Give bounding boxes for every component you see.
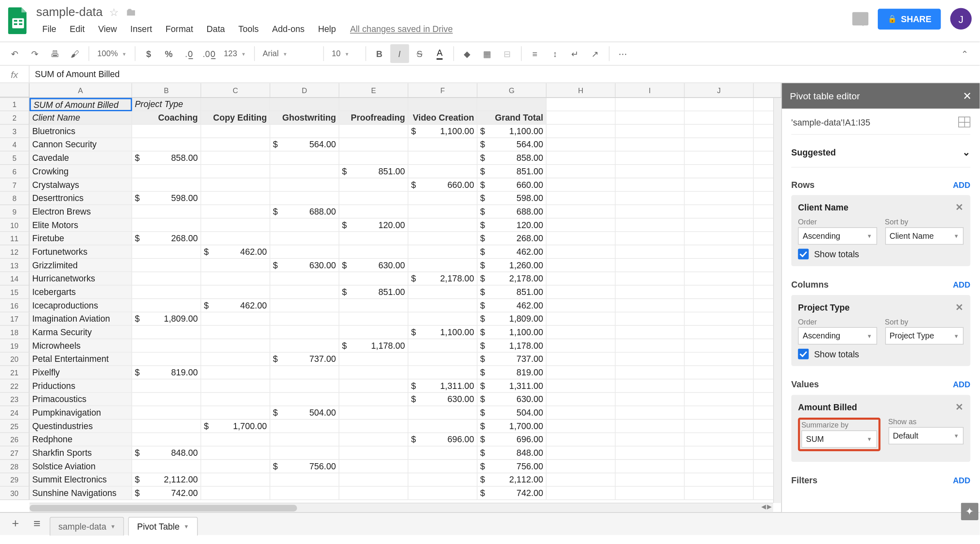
cell[interactable]: Proofreading [339,111,408,125]
col-header-E[interactable]: E [339,83,408,97]
cell[interactable] [201,286,270,299]
cell[interactable]: $120.00 [339,219,408,232]
cell[interactable]: $630.00 [408,393,477,407]
cell[interactable]: $1,809.00 [132,312,201,326]
cell[interactable] [201,259,270,272]
row-header[interactable]: 7 [0,178,30,192]
row-header[interactable]: 25 [0,420,30,433]
cell[interactable] [270,366,339,379]
cell[interactable] [547,151,616,165]
row-header[interactable]: 3 [0,125,30,138]
percent-button[interactable]: % [159,44,178,63]
cell[interactable]: $630.00 [270,259,339,272]
cell[interactable] [547,219,616,232]
cell[interactable] [547,339,616,353]
cell[interactable]: $598.00 [132,192,201,205]
cell[interactable]: Bluetronics [30,125,132,138]
row-header[interactable]: 9 [0,205,30,219]
cell[interactable] [408,192,477,205]
cell[interactable]: Redphone [30,433,132,447]
cell[interactable] [547,352,616,366]
cell[interactable]: Hurricanetworks [30,272,132,286]
cell[interactable] [201,192,270,205]
cell[interactable] [132,352,201,366]
cell[interactable]: $1,100.00 [408,125,477,138]
cell[interactable] [616,219,685,232]
cell[interactable] [685,272,753,286]
cell[interactable]: $564.00 [270,138,339,152]
cell[interactable] [685,393,753,407]
cell[interactable] [685,205,753,219]
cell[interactable]: $851.00 [339,165,408,178]
cell[interactable]: $737.00 [270,352,339,366]
cell[interactable] [685,125,753,138]
decrease-decimal-button[interactable]: .0̲ [179,44,198,63]
cell[interactable] [547,393,616,407]
cell[interactable]: $756.00 [270,460,339,473]
cell[interactable] [685,487,753,500]
cell[interactable]: Icebergarts [30,286,132,299]
cell[interactable] [685,299,753,313]
cell[interactable] [270,433,339,447]
cell[interactable] [270,339,339,353]
cell[interactable]: $1,311.00 [408,379,477,393]
cell[interactable] [616,178,685,192]
merge-button[interactable]: ⊟ [498,44,517,63]
cell[interactable] [685,178,753,192]
cell[interactable] [547,379,616,393]
cell[interactable]: Questindustries [30,420,132,433]
row-header[interactable]: 21 [0,366,30,379]
cell[interactable] [547,125,616,138]
cell[interactable] [616,406,685,420]
cell[interactable] [616,205,685,219]
undo-button[interactable]: ↶ [5,44,24,63]
rows-show-totals-checkbox[interactable]: Show totals [798,249,964,259]
more-formats-button[interactable]: 123▼ [220,44,250,63]
cell[interactable]: $756.00 [477,460,546,473]
cell[interactable] [270,473,339,487]
cell[interactable] [616,232,685,245]
cell[interactable] [547,98,616,112]
cell[interactable] [132,178,201,192]
bold-button[interactable]: B [370,44,389,63]
cell[interactable] [408,339,477,353]
paint-format-button[interactable]: 🖌 [66,44,85,63]
cell[interactable] [408,165,477,178]
cell[interactable]: Sunshine Navigations [30,487,132,500]
add-vals-button[interactable]: ADD [953,380,970,389]
cell[interactable]: $1,311.00 [477,379,546,393]
cell[interactable] [616,460,685,473]
remove-rows-icon[interactable]: ✕ [955,202,964,213]
cell[interactable] [616,245,685,259]
cell[interactable] [616,352,685,366]
cell[interactable]: $819.00 [132,366,201,379]
cell[interactable] [339,138,408,152]
cell[interactable]: Imagination Aviation [30,312,132,326]
cell[interactable] [477,98,546,112]
cell[interactable]: $1,100.00 [408,326,477,339]
cell[interactable]: Electron Brews [30,205,132,219]
cell[interactable] [685,379,753,393]
cell[interactable] [547,286,616,299]
col-header-C[interactable]: C [201,83,270,97]
cell[interactable]: $688.00 [270,205,339,219]
row-header[interactable]: 16 [0,299,30,313]
cell[interactable] [685,111,753,125]
cell[interactable] [616,366,685,379]
cell[interactable]: Microwheels [30,339,132,353]
cell[interactable] [616,393,685,407]
row-header[interactable]: 11 [0,232,30,245]
increase-decimal-button[interactable]: .00̲ [199,44,218,63]
cols-order-select[interactable]: Ascending▼ [798,327,877,344]
cell[interactable] [132,299,201,313]
add-sheet-button[interactable]: + [7,517,24,531]
cell[interactable] [408,259,477,272]
cell[interactable]: $1,260.00 [477,259,546,272]
cell[interactable] [270,393,339,407]
cell[interactable] [339,352,408,366]
cell[interactable] [339,192,408,205]
cell[interactable] [270,446,339,460]
cell[interactable]: $564.00 [477,138,546,152]
cell[interactable] [270,151,339,165]
col-header-J[interactable]: J [685,83,753,97]
